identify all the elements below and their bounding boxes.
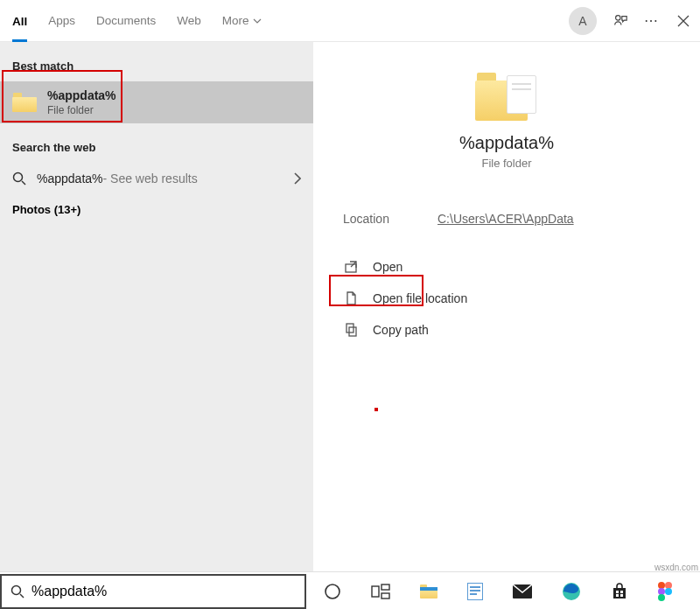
svg-rect-7: [372, 586, 379, 597]
preview-title: %appdata%: [459, 133, 554, 153]
tab-more[interactable]: More: [222, 0, 262, 41]
open-icon: [343, 259, 359, 275]
svg-rect-13: [620, 591, 623, 593]
section-search-web: Search the web: [0, 136, 313, 163]
result-subtitle: File folder: [47, 104, 116, 116]
location-path[interactable]: C:\Users\ACER\AppData: [438, 212, 574, 226]
results-panel: Best match %appdata% File folder Search …: [0, 42, 313, 571]
copy-icon: [343, 322, 359, 338]
task-view-icon[interactable]: [371, 582, 390, 601]
action-open[interactable]: Open: [334, 252, 679, 282]
web-result-query: %appdata%: [37, 172, 103, 186]
svg-point-0: [616, 15, 620, 19]
feedback-icon[interactable]: [612, 13, 628, 29]
preview-panel: %appdata% File folder Location C:\Users\…: [313, 42, 700, 571]
svg-rect-4: [349, 327, 356, 336]
tab-more-label: More: [222, 14, 249, 27]
taskbar-search-box[interactable]: [0, 574, 306, 609]
svg-point-19: [665, 588, 672, 595]
svg-rect-9: [382, 593, 389, 598]
svg-point-18: [658, 588, 665, 595]
svg-point-16: [658, 582, 665, 589]
location-label: Location: [343, 212, 438, 226]
watermark: wsxdn.com: [654, 563, 698, 572]
action-open-location-label: Open file location: [373, 291, 467, 305]
svg-rect-2: [346, 264, 356, 272]
wordpad-icon[interactable]: [467, 582, 483, 601]
search-scope-tabs: All Apps Documents Web More A ⋯: [0, 0, 700, 42]
result-web-search[interactable]: %appdata% - See web results: [0, 163, 313, 194]
preview-subtitle: File folder: [481, 157, 531, 170]
svg-point-5: [12, 586, 21, 595]
folder-icon: [12, 93, 37, 112]
taskbar: [306, 574, 700, 609]
tab-web[interactable]: Web: [177, 0, 201, 41]
user-avatar[interactable]: A: [569, 7, 597, 35]
action-copy-path-label: Copy path: [373, 323, 429, 337]
web-result-suffix: - See web results: [103, 172, 198, 186]
svg-rect-8: [382, 584, 389, 590]
figma-icon[interactable]: [658, 582, 672, 601]
cortana-icon[interactable]: [324, 582, 341, 601]
more-options-icon[interactable]: ⋯: [644, 13, 660, 29]
section-photos[interactable]: Photos (13+): [0, 194, 313, 225]
svg-rect-15: [620, 594, 623, 597]
svg-rect-3: [346, 324, 354, 332]
file-location-icon: [343, 290, 359, 306]
folder-large-icon: [475, 70, 538, 121]
tab-apps[interactable]: Apps: [48, 0, 75, 41]
tab-all[interactable]: All: [12, 1, 27, 42]
close-icon[interactable]: [676, 13, 691, 29]
mail-icon[interactable]: [513, 582, 532, 601]
chevron-down-icon: [253, 18, 262, 24]
svg-point-20: [658, 594, 665, 601]
taskbar-search-input[interactable]: [24, 584, 296, 599]
search-icon: [12, 172, 26, 186]
action-copy-path[interactable]: Copy path: [334, 315, 679, 345]
tab-documents[interactable]: Documents: [96, 0, 156, 41]
store-icon[interactable]: [611, 582, 628, 601]
section-best-match: Best match: [0, 54, 313, 81]
action-open-label: Open: [373, 260, 402, 274]
svg-point-6: [326, 584, 340, 598]
file-explorer-icon[interactable]: [420, 582, 438, 601]
edge-icon[interactable]: [562, 582, 581, 601]
svg-point-17: [665, 582, 672, 589]
chevron-right-icon: [294, 172, 301, 185]
result-best-match[interactable]: %appdata% File folder: [0, 81, 313, 123]
result-title: %appdata%: [47, 88, 116, 102]
search-icon: [10, 584, 24, 598]
svg-rect-14: [616, 594, 619, 597]
highlight-dot: [374, 408, 378, 411]
action-open-file-location[interactable]: Open file location: [334, 284, 679, 313]
svg-rect-12: [616, 591, 619, 593]
svg-point-1: [14, 173, 23, 182]
